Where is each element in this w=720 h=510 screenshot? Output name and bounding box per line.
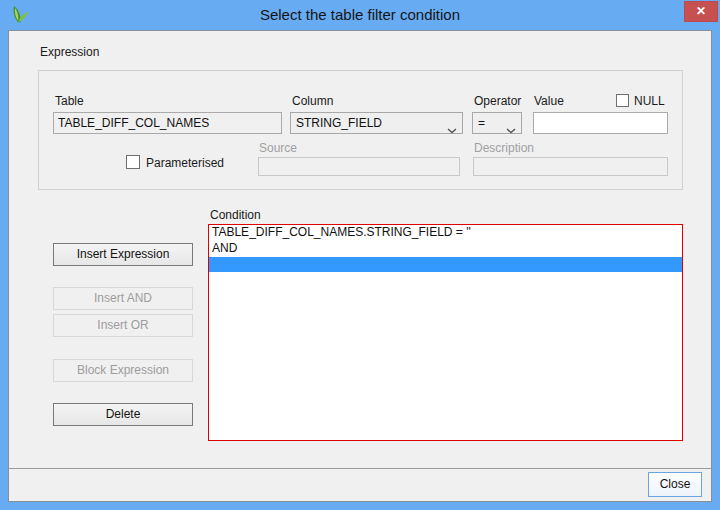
window-title: Select the table filter condition	[0, 0, 720, 30]
parameterised-checkbox[interactable]	[126, 155, 140, 169]
description-label: Description	[474, 141, 534, 155]
value-input[interactable]	[533, 112, 668, 134]
table-field[interactable]: TABLE_DIFF_COL_NAMES	[53, 112, 282, 134]
source-label: Source	[259, 141, 297, 155]
parameterised-checkbox-label: Parameterised	[146, 156, 224, 170]
chevron-down-icon	[506, 120, 516, 140]
condition-row-selected[interactable]	[209, 257, 682, 272]
expression-group-label: Expression	[40, 45, 99, 59]
condition-label: Condition	[210, 208, 261, 222]
source-field	[258, 157, 460, 176]
description-field	[473, 157, 668, 176]
value-label: Value	[534, 94, 564, 108]
footer-bar	[9, 468, 711, 501]
operator-dropdown-value: =	[478, 116, 485, 130]
column-label: Column	[292, 94, 333, 108]
insert-expression-button[interactable]: Insert Expression	[53, 243, 193, 266]
null-checkbox[interactable]	[616, 94, 629, 107]
condition-row[interactable]: AND	[209, 241, 682, 257]
dialog-window: Select the table filter condition ✕ Expr…	[0, 0, 720, 510]
condition-list[interactable]: TABLE_DIFF_COL_NAMES.STRING_FIELD = '' A…	[208, 224, 683, 441]
operator-dropdown[interactable]: =	[472, 112, 522, 134]
condition-row[interactable]: TABLE_DIFF_COL_NAMES.STRING_FIELD = ''	[209, 225, 682, 241]
chevron-down-icon	[447, 120, 457, 140]
dialog-body: Expression Table TABLE_DIFF_COL_NAMES Co…	[8, 30, 712, 502]
table-label: Table	[55, 94, 84, 108]
insert-or-button[interactable]: Insert OR	[53, 314, 193, 337]
titlebar: Select the table filter condition ✕	[0, 0, 720, 30]
close-button[interactable]: Close	[648, 472, 702, 497]
column-dropdown-value: STRING_FIELD	[296, 116, 382, 130]
column-dropdown[interactable]: STRING_FIELD	[290, 112, 463, 134]
block-expression-button[interactable]: Block Expression	[53, 359, 193, 382]
close-icon[interactable]: ✕	[684, 1, 718, 22]
delete-button[interactable]: Delete	[53, 403, 193, 426]
operator-label: Operator	[474, 94, 521, 108]
null-checkbox-label: NULL	[634, 94, 665, 108]
insert-and-button[interactable]: Insert AND	[53, 287, 193, 310]
